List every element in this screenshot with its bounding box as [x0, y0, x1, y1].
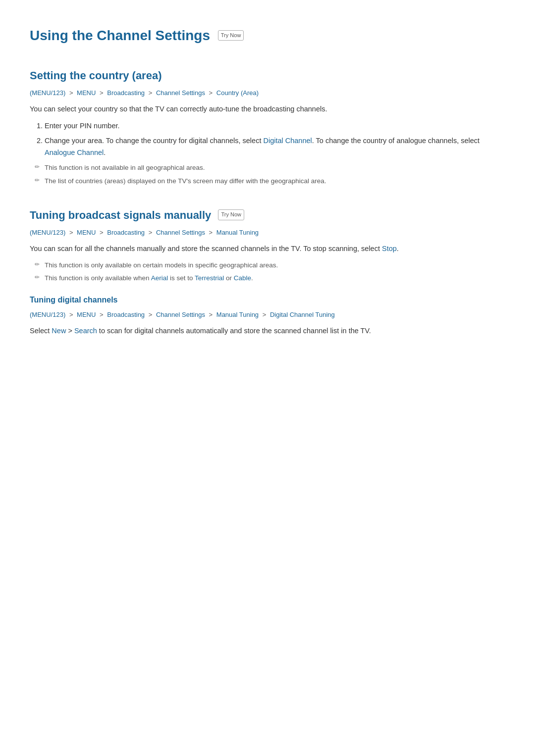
section2-breadcrumb: (MENU/123) > MENU > Broadcasting > Chann… — [30, 228, 505, 238]
section2-note2: This function is only available when Aer… — [35, 273, 505, 284]
breadcrumb3-digital-channel-tuning[interactable]: Digital Channel Tuning — [270, 311, 335, 318]
cable-link[interactable]: Cable — [234, 274, 251, 282]
section2-notes: This function is only available on certa… — [35, 260, 505, 284]
page-title-text: Using the Channel Settings — [30, 28, 210, 43]
breadcrumb-menu[interactable]: MENU — [77, 89, 96, 97]
new-link[interactable]: New — [52, 327, 66, 335]
section1-title: Setting the country (area) — [30, 67, 505, 84]
section2-body: You can scan for all the channels manual… — [30, 243, 505, 255]
stop-link[interactable]: Stop — [382, 245, 397, 252]
try-now-badge[interactable]: Try Now — [218, 30, 244, 41]
breadcrumb2-manual-tuning[interactable]: Manual Tuning — [216, 229, 259, 236]
section1-body: You can select your country so that the … — [30, 103, 505, 115]
subsection-tuning-digital: Tuning digital channels (MENU/123) > MEN… — [30, 294, 505, 337]
section3-body: Select New > Search to scan for digital … — [30, 325, 505, 337]
section2-note1: This function is only available on certa… — [35, 260, 505, 271]
breadcrumb-broadcasting[interactable]: Broadcasting — [107, 89, 145, 97]
section1-breadcrumb: (MENU/123) > MENU > Broadcasting > Chann… — [30, 88, 505, 99]
section1-steps: Enter your PIN number. Change your area.… — [45, 120, 505, 159]
breadcrumb-channel-settings[interactable]: Channel Settings — [156, 89, 205, 97]
analogue-channel-link[interactable]: Analogue Channel — [45, 149, 104, 156]
breadcrumb3-manual-tuning[interactable]: Manual Tuning — [216, 311, 259, 318]
breadcrumb2-menu123[interactable]: (MENU/123) — [30, 229, 65, 236]
breadcrumb-country-area[interactable]: Country (Area) — [216, 89, 259, 97]
breadcrumb3-menu[interactable]: MENU — [77, 311, 96, 318]
breadcrumb2-broadcasting[interactable]: Broadcasting — [107, 229, 145, 236]
section2-title: Tuning broadcast signals manually Try No… — [30, 206, 505, 224]
digital-channel-link[interactable]: Digital Channel — [263, 137, 312, 145]
section-tuning-broadcast: Tuning broadcast signals manually Try No… — [30, 206, 505, 337]
section1-note1: This function is not available in all ge… — [35, 162, 505, 173]
section3-subtitle: Tuning digital channels — [30, 294, 505, 306]
section1-step1: Enter your PIN number. — [45, 120, 505, 132]
section2-try-now-badge[interactable]: Try Now — [218, 209, 244, 220]
section3-breadcrumb: (MENU/123) > MENU > Broadcasting > Chann… — [30, 310, 505, 320]
section1-note2: The list of countries (areas) displayed … — [35, 176, 505, 187]
section-setting-country: Setting the country (area) (MENU/123) > … — [30, 67, 505, 187]
section1-step2: Change your area. To change the country … — [45, 135, 505, 159]
breadcrumb2-menu[interactable]: MENU — [77, 229, 96, 236]
breadcrumb3-broadcasting[interactable]: Broadcasting — [107, 311, 145, 318]
breadcrumb2-channel-settings[interactable]: Channel Settings — [156, 229, 205, 236]
page-title: Using the Channel Settings Try Now — [30, 25, 505, 47]
breadcrumb-menu123[interactable]: (MENU/123) — [30, 89, 65, 97]
aerial-link[interactable]: Aerial — [151, 274, 168, 282]
section1-notes: This function is not available in all ge… — [35, 162, 505, 186]
breadcrumb3-channel-settings[interactable]: Channel Settings — [156, 311, 205, 318]
terrestrial-link[interactable]: Terrestrial — [195, 274, 224, 282]
breadcrumb3-menu123[interactable]: (MENU/123) — [30, 311, 65, 318]
search-link[interactable]: Search — [74, 327, 97, 335]
